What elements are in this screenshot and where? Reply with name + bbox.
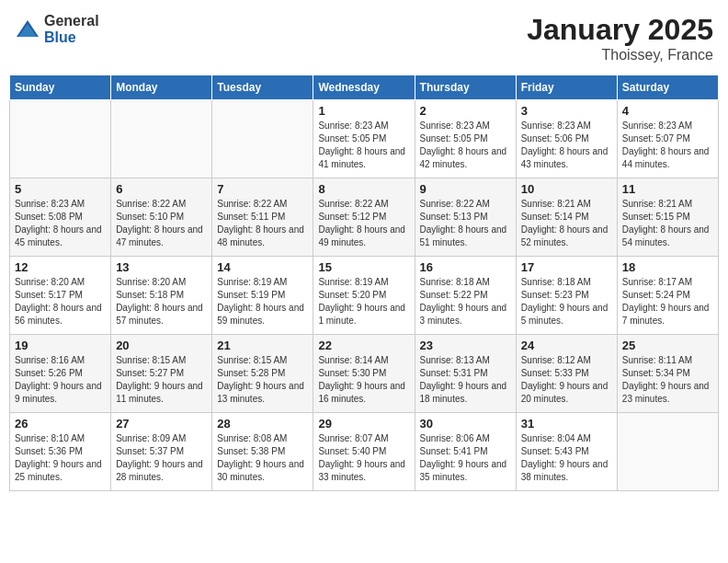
calendar-day-cell bbox=[111, 100, 212, 178]
day-number: 11 bbox=[622, 182, 713, 196]
logo-blue: Blue bbox=[44, 29, 99, 46]
day-info: Sunrise: 8:21 AM Sunset: 5:15 PM Dayligh… bbox=[622, 198, 713, 249]
day-number: 29 bbox=[318, 417, 409, 431]
calendar-day-cell: 22Sunrise: 8:14 AM Sunset: 5:30 PM Dayli… bbox=[313, 335, 415, 413]
day-info: Sunrise: 8:11 AM Sunset: 5:34 PM Dayligh… bbox=[622, 354, 713, 406]
calendar-day-cell: 3Sunrise: 8:23 AM Sunset: 5:06 PM Daylig… bbox=[516, 100, 617, 178]
day-info: Sunrise: 8:22 AM Sunset: 5:11 PM Dayligh… bbox=[217, 198, 308, 249]
day-number: 24 bbox=[521, 339, 612, 352]
calendar-week-row: 12Sunrise: 8:20 AM Sunset: 5:17 PM Dayli… bbox=[10, 257, 719, 335]
day-info: Sunrise: 8:22 AM Sunset: 5:12 PM Dayligh… bbox=[318, 198, 409, 249]
day-number: 12 bbox=[15, 260, 106, 274]
calendar-day-cell: 21Sunrise: 8:15 AM Sunset: 5:28 PM Dayli… bbox=[212, 335, 313, 413]
day-number: 28 bbox=[217, 417, 308, 431]
day-number: 14 bbox=[217, 260, 308, 274]
day-info: Sunrise: 8:10 AM Sunset: 5:36 PM Dayligh… bbox=[15, 432, 106, 484]
day-number: 13 bbox=[116, 260, 207, 274]
calendar-day-cell: 23Sunrise: 8:13 AM Sunset: 5:31 PM Dayli… bbox=[415, 335, 516, 413]
calendar-day-cell: 13Sunrise: 8:20 AM Sunset: 5:18 PM Dayli… bbox=[111, 257, 212, 335]
logo-general: General bbox=[44, 13, 99, 29]
weekday-header: Friday bbox=[516, 75, 617, 100]
logo: General Blue bbox=[15, 13, 99, 45]
calendar-day-cell: 30Sunrise: 8:06 AM Sunset: 5:41 PM Dayli… bbox=[415, 413, 516, 491]
day-number: 22 bbox=[318, 339, 409, 352]
calendar-day-cell: 15Sunrise: 8:19 AM Sunset: 5:20 PM Dayli… bbox=[313, 257, 415, 335]
day-info: Sunrise: 8:07 AM Sunset: 5:40 PM Dayligh… bbox=[318, 432, 409, 484]
day-info: Sunrise: 8:19 AM Sunset: 5:19 PM Dayligh… bbox=[217, 276, 308, 327]
day-number: 25 bbox=[622, 339, 713, 352]
day-number: 26 bbox=[15, 417, 106, 431]
calendar-day-cell: 16Sunrise: 8:18 AM Sunset: 5:22 PM Dayli… bbox=[415, 257, 516, 335]
day-info: Sunrise: 8:17 AM Sunset: 5:24 PM Dayligh… bbox=[622, 276, 713, 327]
day-info: Sunrise: 8:06 AM Sunset: 5:41 PM Dayligh… bbox=[420, 432, 511, 484]
calendar-header: SundayMondayTuesdayWednesdayThursdayFrid… bbox=[10, 75, 719, 100]
day-info: Sunrise: 8:23 AM Sunset: 5:06 PM Dayligh… bbox=[521, 120, 612, 171]
weekday-header: Saturday bbox=[617, 75, 718, 100]
calendar-day-cell: 11Sunrise: 8:21 AM Sunset: 5:15 PM Dayli… bbox=[617, 178, 718, 257]
calendar-day-cell: 24Sunrise: 8:12 AM Sunset: 5:33 PM Dayli… bbox=[516, 335, 617, 413]
calendar-day-cell: 31Sunrise: 8:04 AM Sunset: 5:43 PM Dayli… bbox=[516, 413, 617, 491]
day-number: 5 bbox=[15, 182, 106, 196]
weekday-header: Tuesday bbox=[212, 75, 313, 100]
day-number: 27 bbox=[116, 417, 207, 431]
calendar-day-cell: 5Sunrise: 8:23 AM Sunset: 5:08 PM Daylig… bbox=[10, 178, 111, 257]
day-number: 17 bbox=[521, 260, 612, 274]
calendar-day-cell: 28Sunrise: 8:08 AM Sunset: 5:38 PM Dayli… bbox=[212, 413, 313, 491]
calendar-day-cell: 27Sunrise: 8:09 AM Sunset: 5:37 PM Dayli… bbox=[111, 413, 212, 491]
day-info: Sunrise: 8:20 AM Sunset: 5:17 PM Dayligh… bbox=[15, 276, 106, 327]
month-title: January 2025 bbox=[527, 13, 713, 47]
day-info: Sunrise: 8:20 AM Sunset: 5:18 PM Dayligh… bbox=[116, 276, 207, 327]
calendar-day-cell: 12Sunrise: 8:20 AM Sunset: 5:17 PM Dayli… bbox=[10, 257, 111, 335]
page-header: General Blue January 2025 Thoissey, Fran… bbox=[9, 9, 719, 67]
logo-icon bbox=[15, 17, 40, 42]
day-info: Sunrise: 8:15 AM Sunset: 5:27 PM Dayligh… bbox=[116, 354, 207, 406]
day-info: Sunrise: 8:08 AM Sunset: 5:38 PM Dayligh… bbox=[217, 432, 308, 484]
calendar-day-cell: 6Sunrise: 8:22 AM Sunset: 5:10 PM Daylig… bbox=[111, 178, 212, 257]
day-number: 21 bbox=[217, 339, 308, 352]
day-info: Sunrise: 8:19 AM Sunset: 5:20 PM Dayligh… bbox=[318, 276, 409, 327]
day-info: Sunrise: 8:09 AM Sunset: 5:37 PM Dayligh… bbox=[116, 432, 207, 484]
weekday-header: Monday bbox=[111, 75, 212, 100]
day-number: 30 bbox=[420, 417, 511, 431]
day-info: Sunrise: 8:23 AM Sunset: 5:05 PM Dayligh… bbox=[420, 120, 511, 171]
day-info: Sunrise: 8:23 AM Sunset: 5:07 PM Dayligh… bbox=[622, 120, 713, 171]
day-number: 15 bbox=[318, 260, 409, 274]
weekday-header: Wednesday bbox=[313, 75, 415, 100]
day-info: Sunrise: 8:23 AM Sunset: 5:08 PM Dayligh… bbox=[15, 198, 106, 249]
day-number: 16 bbox=[420, 260, 511, 274]
calendar-day-cell: 2Sunrise: 8:23 AM Sunset: 5:05 PM Daylig… bbox=[415, 100, 516, 178]
calendar-day-cell: 18Sunrise: 8:17 AM Sunset: 5:24 PM Dayli… bbox=[617, 257, 718, 335]
calendar-table: SundayMondayTuesdayWednesdayThursdayFrid… bbox=[9, 75, 719, 491]
day-number: 23 bbox=[420, 339, 511, 352]
day-info: Sunrise: 8:14 AM Sunset: 5:30 PM Dayligh… bbox=[318, 354, 409, 406]
calendar-day-cell: 7Sunrise: 8:22 AM Sunset: 5:11 PM Daylig… bbox=[212, 178, 313, 257]
calendar-week-row: 1Sunrise: 8:23 AM Sunset: 5:05 PM Daylig… bbox=[10, 100, 719, 178]
day-number: 7 bbox=[217, 182, 308, 196]
day-number: 2 bbox=[420, 104, 511, 118]
calendar-day-cell: 17Sunrise: 8:18 AM Sunset: 5:23 PM Dayli… bbox=[516, 257, 617, 335]
day-info: Sunrise: 8:22 AM Sunset: 5:10 PM Dayligh… bbox=[116, 198, 207, 249]
calendar-day-cell: 10Sunrise: 8:21 AM Sunset: 5:14 PM Dayli… bbox=[516, 178, 617, 257]
day-info: Sunrise: 8:18 AM Sunset: 5:22 PM Dayligh… bbox=[420, 276, 511, 327]
calendar-week-row: 26Sunrise: 8:10 AM Sunset: 5:36 PM Dayli… bbox=[10, 413, 719, 491]
calendar-week-row: 5Sunrise: 8:23 AM Sunset: 5:08 PM Daylig… bbox=[10, 178, 719, 257]
calendar-day-cell: 4Sunrise: 8:23 AM Sunset: 5:07 PM Daylig… bbox=[617, 100, 718, 178]
day-info: Sunrise: 8:16 AM Sunset: 5:26 PM Dayligh… bbox=[15, 354, 106, 406]
calendar-day-cell: 8Sunrise: 8:22 AM Sunset: 5:12 PM Daylig… bbox=[313, 178, 415, 257]
calendar-day-cell: 26Sunrise: 8:10 AM Sunset: 5:36 PM Dayli… bbox=[10, 413, 111, 491]
weekday-header: Sunday bbox=[10, 75, 111, 100]
day-number: 6 bbox=[116, 182, 207, 196]
day-number: 4 bbox=[622, 104, 713, 118]
calendar-day-cell: 9Sunrise: 8:22 AM Sunset: 5:13 PM Daylig… bbox=[415, 178, 516, 257]
day-info: Sunrise: 8:18 AM Sunset: 5:23 PM Dayligh… bbox=[521, 276, 612, 327]
day-info: Sunrise: 8:12 AM Sunset: 5:33 PM Dayligh… bbox=[521, 354, 612, 406]
day-number: 20 bbox=[116, 339, 207, 352]
calendar-day-cell: 19Sunrise: 8:16 AM Sunset: 5:26 PM Dayli… bbox=[10, 335, 111, 413]
day-number: 3 bbox=[521, 104, 612, 118]
weekday-header: Thursday bbox=[415, 75, 516, 100]
day-info: Sunrise: 8:23 AM Sunset: 5:05 PM Dayligh… bbox=[318, 120, 409, 171]
day-info: Sunrise: 8:21 AM Sunset: 5:14 PM Dayligh… bbox=[521, 198, 612, 249]
calendar-day-cell bbox=[212, 100, 313, 178]
calendar-day-cell: 25Sunrise: 8:11 AM Sunset: 5:34 PM Dayli… bbox=[617, 335, 718, 413]
day-number: 19 bbox=[15, 339, 106, 352]
